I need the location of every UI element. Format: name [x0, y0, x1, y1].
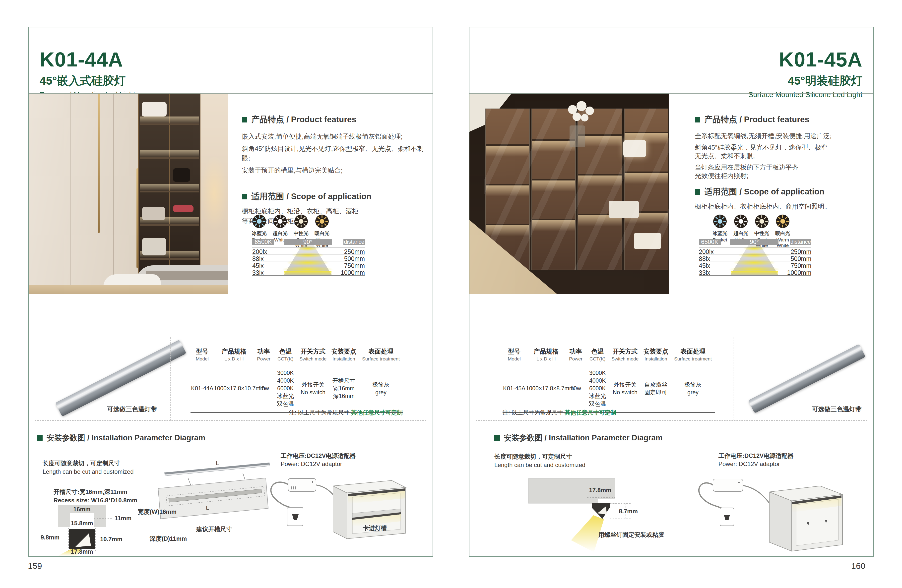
feature-lines: 嵌入式安装,简单便捷,高端无氧铜端子线极简灰铝面处理; 斜角45°防炫目设计,见…	[242, 132, 428, 175]
lux-row: 200lx250mm	[252, 247, 365, 255]
model-code: K01-44A	[39, 49, 135, 70]
features-heading-label: 产品特点 / Product features	[251, 114, 356, 125]
cell-model: K01-45A	[503, 385, 526, 393]
col-header: 产品规格L x D x H	[526, 347, 566, 362]
cell-install: 开槽尺寸 宽16mm 深16mm	[329, 377, 359, 400]
features-section: 产品特点 / Product features 嵌入式安装,简单便捷,高端无氧铜…	[242, 114, 428, 226]
square-bullet-icon	[695, 117, 700, 122]
square-bullet-icon	[242, 194, 247, 199]
ice-blue-light-icon	[713, 214, 727, 228]
cell-size: 1000×17.8×8.7mm	[526, 385, 566, 393]
door-handle	[136, 168, 138, 268]
cct-label-zh: 冰蓝光	[249, 230, 270, 237]
product-title-zh: 45°明装硅胶灯	[749, 73, 863, 89]
cabinet-diagram	[769, 486, 842, 551]
scope-heading: 适用范围 / Scope of application	[695, 186, 869, 197]
dim-17-8mm: 17.8mm	[67, 548, 97, 555]
feature-line: 嵌入式安装,简单便捷,高端无氧铜端子线极简灰铝面处理;	[242, 132, 428, 141]
shelf-light-glow	[140, 184, 199, 191]
glass-display-cabinet	[138, 94, 200, 294]
power-en: Power: DC12V adaptor	[719, 461, 780, 468]
scope-line: 橱柜柜底柜内、衣柜柜底柜内、商用空间照明。	[695, 202, 869, 211]
cct-label-zh: 中性光	[751, 230, 772, 237]
note-text: 注: 以上尺寸为常规尺寸	[503, 409, 565, 416]
cool-white-light-icon	[755, 214, 769, 228]
col-header: 安装要点Installation	[329, 347, 359, 362]
flower	[581, 114, 589, 122]
power-zh: 工作电压:DC12V电源适配器	[719, 452, 794, 460]
aluminium-profile-figure	[745, 349, 869, 408]
page-number-left: 159	[28, 561, 42, 571]
aluminium-profile	[748, 344, 866, 413]
cell-install: 自攻螺丝 固定即可	[640, 381, 672, 396]
col-header: 表面处理Surface treatment	[671, 347, 715, 362]
product-photo	[29, 94, 229, 294]
lux-row: 88lx500mm	[699, 254, 811, 261]
page-title: K01-44A 45°嵌入式硅胶灯 Recessed Mounting Led …	[39, 49, 135, 99]
flower	[576, 101, 586, 111]
square-bullet-icon	[695, 189, 700, 195]
power-en: Power: DC12V adaptor	[281, 461, 342, 468]
profile-caption: 可选做三色温灯带	[91, 405, 173, 413]
cool-white-light-icon	[294, 214, 308, 228]
lux-row: 33lx1000mm	[699, 268, 811, 275]
cell-power: 10w	[254, 385, 273, 393]
door-handle	[98, 94, 100, 233]
section-divider	[476, 420, 867, 421]
power-adaptor-diagram	[271, 479, 338, 526]
lux-row: 200lx250mm	[699, 247, 811, 255]
spec-table-headers: 型号Model 产品规格L x D x H 功率Power 色温CCT(K) 开…	[191, 347, 403, 365]
cct-label-zh: 暖白光	[772, 230, 793, 237]
warm-white-light-icon	[315, 214, 329, 228]
door-seam	[70, 94, 71, 294]
feature-line: 光效便往柜内照射;	[695, 172, 869, 180]
dim-17-8mm: 17.8mm	[583, 487, 618, 494]
feature-line: 全系标配无氧铜线,无须开槽,安装便捷,用途广泛;	[695, 132, 869, 140]
col-header: 表面处理Surface treatment	[359, 347, 403, 362]
door-seam	[113, 94, 114, 294]
profile-caption: 可选做三色温灯带	[801, 405, 873, 413]
cell-surface: 极简灰 grey	[359, 381, 403, 396]
folded-clothes	[142, 238, 166, 255]
photometric-chart: 6500K 90° distance 200lx250mm 88lx500mm …	[252, 239, 365, 283]
installation-diagrams	[470, 433, 873, 556]
chart-baseline	[699, 275, 811, 275]
scope-heading-label: 适用范围 / Scope of application	[704, 186, 824, 197]
vertical-divider	[733, 337, 733, 421]
shelf	[140, 124, 199, 125]
shelf	[140, 157, 199, 159]
power-zh: 工作电压:DC12V电源适配器	[281, 452, 355, 460]
chart-baseline	[252, 275, 365, 275]
shelf	[140, 191, 199, 192]
dim-11mm: 11mm	[114, 515, 132, 522]
distance-bar: distance	[343, 239, 365, 245]
size-note: 注: 以上尺寸为常规尺寸 其他任意尺寸可定制	[191, 409, 403, 416]
note-custom-text: 其他任意尺寸可定制	[565, 409, 616, 416]
shelf-light-glow	[140, 150, 199, 158]
feature-line: 当灯条应用在层板的下方于板边平齐	[695, 163, 869, 172]
features-heading: 产品特点 / Product features	[242, 114, 428, 125]
cell-switch: 外接开关 No switch	[610, 381, 640, 396]
folded-clothes	[173, 205, 194, 212]
cct-bar: 6500K	[699, 239, 721, 245]
features-heading-label: 产品特点 / Product features	[704, 114, 810, 125]
shelf	[140, 258, 199, 260]
cell-power: 10w	[566, 385, 586, 393]
dim-8-7mm: 8.7mm	[619, 508, 638, 515]
cct-label-zh: 超白光	[730, 230, 751, 237]
size-note: 注: 以上尺寸为常规尺寸 其他任意尺寸可定制	[503, 409, 616, 416]
cell-cct: 3000K 4000K 6000K 冰蓝光 双色温	[585, 369, 610, 408]
cct-bar: 6500K	[252, 239, 274, 245]
beam-angle-bar: 90°	[283, 239, 332, 245]
cell-model: K01-44A	[191, 385, 214, 393]
col-header: 开关方式Switch mode	[298, 347, 329, 362]
feature-line: 斜角45°防炫目设计,见光不见灯,迷你型极窄、无光点、柔和不刺眼;	[242, 144, 428, 163]
dim-16mm: 16mm	[67, 506, 97, 513]
catalog-page-right: K01-45A 45°明装硅胶灯 Surface Mounted Silicon…	[469, 27, 874, 557]
length-l-label: L	[206, 505, 209, 511]
spec-table-row: K01-44A 1000×17.8×10.7mm 10w 3000K 4000K…	[191, 365, 403, 413]
col-header: 色温CCT(K)	[273, 347, 298, 362]
panel-width-label: 宽度(W)16mm	[138, 508, 177, 516]
cct-label-zh: 超白光	[270, 230, 291, 237]
fix-caption: 用螺丝钉固定安装或粘胶	[594, 531, 669, 539]
